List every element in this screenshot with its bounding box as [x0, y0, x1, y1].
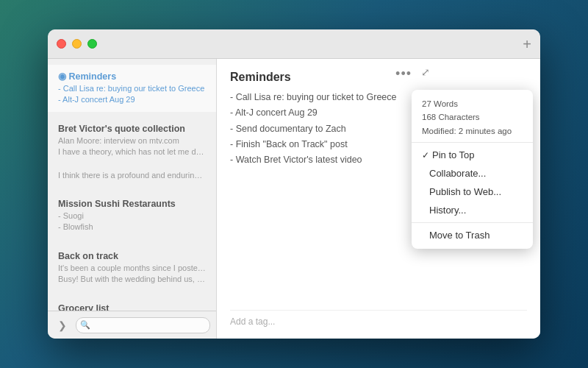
sidebar-item-title: Reminders — [58, 71, 206, 82]
sidebar-item-title: Mission Sushi Restaraunts — [58, 199, 206, 209]
sidebar-item-beauty[interactable]: I think there is a profound and enduring… — [48, 164, 216, 187]
sidebar-item-line1: Alan Moore: interview on mtv.com — [58, 135, 206, 146]
sidebar-item-mission-sushi[interactable]: Mission Sushi Restaraunts - Suogi - Blow… — [48, 193, 216, 239]
sidebar-item-grocery[interactable]: Grocery list - Eees — [48, 297, 216, 311]
titlebar: + — [48, 29, 540, 59]
context-menu-stats: 27 Words 168 Characters Modified: 2 minu… — [412, 94, 533, 143]
new-note-button[interactable]: + — [523, 37, 531, 52]
content-area: Reminders - Call Lisa re: buying our tic… — [48, 59, 540, 339]
sidebar: Reminders - Call Lisa re: buying our tic… — [48, 59, 217, 339]
add-tag-field[interactable]: Add a tag... — [230, 316, 527, 327]
close-button[interactable] — [57, 39, 66, 49]
notes-list: Reminders - Call Lisa re: buying our tic… — [48, 59, 216, 311]
notes-window: + Reminders - Call Lisa re: buying our t… — [48, 29, 540, 339]
sidebar-item-title: Grocery list — [58, 303, 206, 311]
sidebar-item-subtitle-2: - Alt-J concert Aug 29 — [58, 94, 206, 105]
menu-divider — [412, 222, 533, 223]
expand-button[interactable]: ⤢ — [421, 66, 430, 78]
sidebar-bottom: ❯ 🔍 — [48, 311, 216, 339]
main-note-area: ••• ⤢ Reminders - Call Lisa re: buying o… — [217, 59, 540, 339]
move-to-trash-item[interactable]: Move to Trash — [412, 226, 533, 244]
sidebar-item-back-on-track[interactable]: Back on track It's been a couple months … — [48, 245, 216, 291]
context-menu: 27 Words 168 Characters Modified: 2 minu… — [412, 90, 533, 249]
sidebar-item-reminders[interactable]: Reminders - Call Lisa re: buying our tic… — [48, 65, 216, 112]
sidebar-item-line1: - Suogi — [58, 210, 206, 222]
traffic-lights — [57, 39, 97, 49]
sidebar-item-preview: Busy! But with the wedding behind us, I … — [58, 274, 206, 285]
search-wrapper: 🔍 — [76, 317, 210, 333]
note-footer: Add a tag... — [230, 310, 527, 327]
sidebar-item-preview: I think there is a profound and enduring… — [58, 170, 206, 181]
publish-to-web-item[interactable]: Publish to Web... — [412, 183, 533, 201]
maximize-button[interactable] — [87, 39, 97, 49]
sidebar-item-preview: - Blowfish — [58, 222, 206, 233]
sidebar-item-title: Bret Victor's quote collection — [58, 124, 206, 134]
sidebar-item-title: Back on track — [58, 251, 206, 261]
pin-to-top-item[interactable]: Pin to Top — [412, 146, 533, 164]
collaborate-item[interactable]: Collaborate... — [412, 164, 533, 183]
search-input[interactable] — [76, 317, 210, 333]
words-stat: 27 Words — [422, 97, 523, 110]
sidebar-item-preview: I have a theory, which has not let me do… — [58, 146, 206, 158]
sidebar-item-subtitle-1: - Call Lisa re: buying our ticket to Gre… — [58, 83, 206, 94]
compose-icon[interactable]: ❯ — [54, 316, 71, 334]
sidebar-item-line1: It's been a couple months since I posted… — [58, 263, 206, 274]
more-options-button[interactable]: ••• — [395, 66, 412, 82]
sidebar-item-bret-victor[interactable]: Bret Victor's quote collection Alan Moor… — [48, 118, 216, 164]
minimize-button[interactable] — [72, 39, 82, 49]
modified-stat: Modified: 2 minutes ago — [422, 124, 523, 138]
characters-stat: 168 Characters — [422, 110, 523, 124]
search-icon: 🔍 — [80, 320, 90, 330]
note-title: Reminders — [230, 71, 527, 84]
history-item[interactable]: History... — [412, 201, 533, 219]
